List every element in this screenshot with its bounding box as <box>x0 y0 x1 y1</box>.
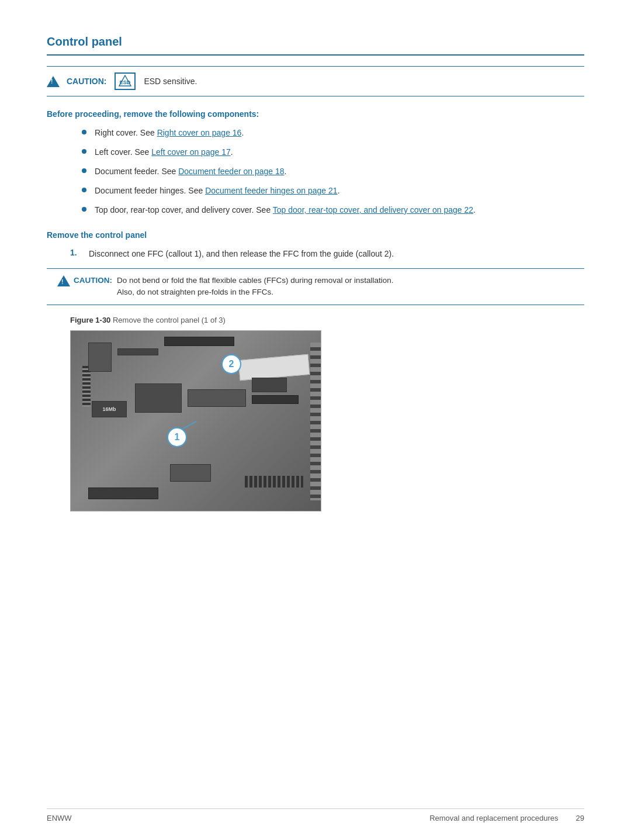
callout-2-badge: 2 <box>221 354 241 374</box>
caution-triangle-icon <box>47 76 60 87</box>
list-item-text: Right cover. See Right cover on page 16. <box>95 127 244 139</box>
caution-label-top: CAUTION: <box>67 77 106 86</box>
caution-inline-triangle-icon <box>57 275 70 286</box>
left-cover-link[interactable]: Left cover on page 17 <box>151 147 230 157</box>
list-item: Document feeder hinges. See Document fee… <box>82 185 584 197</box>
bullet-dot <box>82 207 86 212</box>
pcb-strip-left <box>82 366 91 407</box>
pcb-component <box>252 395 299 404</box>
pcb-component <box>88 488 158 499</box>
pcb-component <box>88 343 112 372</box>
step-1-num: 1. <box>70 248 84 257</box>
right-cover-link[interactable]: Right cover on page 16 <box>157 128 242 137</box>
before-proceeding-heading: Before proceeding, remove the following … <box>47 109 584 119</box>
list-item: Right cover. See Right cover on page 16. <box>82 127 584 139</box>
pcb-component <box>188 389 246 407</box>
pcb-component <box>135 383 182 413</box>
list-item-text: Document feeder. See Document feeder on … <box>95 165 286 178</box>
pcb-chip-16mb: 16Mb <box>92 401 127 417</box>
pcb-background: 16Mb 1 2 <box>71 331 321 511</box>
footer-section: Removal and replacement procedures <box>429 814 558 822</box>
pcb-edge <box>310 343 321 500</box>
svg-text:ESD: ESD <box>120 79 131 85</box>
list-item-text: Document feeder hinges. See Document fee… <box>95 185 340 197</box>
pcb-component <box>170 464 211 482</box>
list-item: Left cover. See Left cover on page 17. <box>82 146 584 158</box>
pcb-bottom-strip <box>245 476 303 488</box>
top-divider <box>47 54 584 56</box>
list-item-text: Left cover. See Left cover on page 17. <box>95 146 233 158</box>
caution-esd-text: ESD sensitive. <box>144 77 197 86</box>
step-1-row: 1. Disconnect one FFC (callout 1), and t… <box>47 248 584 260</box>
bullet-dot <box>82 149 86 154</box>
top-door-link[interactable]: Top door, rear-top cover, and delivery c… <box>273 205 473 215</box>
doc-feeder-link[interactable]: Document feeder on page 18 <box>178 167 284 176</box>
pcb-component <box>252 378 287 392</box>
figure-image: 16Mb 1 2 <box>70 330 321 511</box>
list-item: Top door, rear-top cover, and delivery c… <box>82 204 584 216</box>
footer-left: ENWW <box>47 814 72 822</box>
footer-page: 29 <box>576 814 584 822</box>
figure-caption: Figure 1-30 Remove the control panel (1 … <box>70 316 584 324</box>
doc-feeder-hinges-link[interactable]: Document feeder hinges on page 21 <box>205 186 338 195</box>
bullet-dot <box>82 130 86 134</box>
callout-1-badge: 1 <box>167 427 187 447</box>
bullet-dot <box>82 168 86 173</box>
caution-inline-label: CAUTION: <box>74 275 112 286</box>
page-title: Control panel <box>47 35 584 49</box>
list-item-text: Top door, rear-top cover, and delivery c… <box>95 204 476 216</box>
pcb-component <box>117 348 158 355</box>
esd-icon: ESD <box>115 72 136 90</box>
bullet-dot <box>82 188 86 192</box>
step-1-text: Disconnect one FFC (callout 1), and then… <box>89 248 394 260</box>
components-list: Right cover. See Right cover on page 16.… <box>47 127 584 216</box>
footer-right: Removal and replacement procedures 29 <box>429 814 584 822</box>
pcb-component <box>164 337 234 346</box>
remove-section-heading: Remove the control panel <box>47 230 584 240</box>
caution-box-top: CAUTION: ESD ESD sensitive. <box>47 66 584 96</box>
ffc-cable <box>238 354 310 380</box>
caution-inline-text: Do not bend or fold the flat flexible ca… <box>117 275 393 299</box>
page-footer: ENWW Removal and replacement procedures … <box>47 808 584 822</box>
list-item: Document feeder. See Document feeder on … <box>82 165 584 178</box>
caution-inline-box: CAUTION: Do not bend or fold the flat fl… <box>47 268 584 305</box>
